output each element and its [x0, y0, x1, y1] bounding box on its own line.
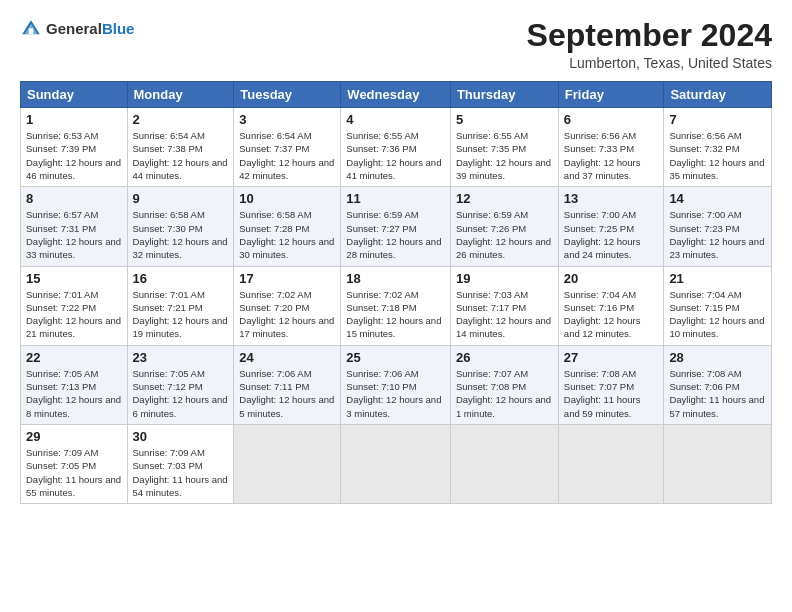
day-info: Sunrise: 7:01 AMSunset: 7:22 PMDaylight:…	[26, 288, 122, 341]
day-number: 1	[26, 112, 122, 127]
logo: GeneralBlue	[20, 18, 134, 40]
calendar-cell: 18Sunrise: 7:02 AMSunset: 7:18 PMDayligh…	[341, 266, 451, 345]
calendar-cell: 24Sunrise: 7:06 AMSunset: 7:11 PMDayligh…	[234, 345, 341, 424]
day-info: Sunrise: 7:09 AMSunset: 7:03 PMDaylight:…	[133, 446, 229, 499]
calendar-cell: 1Sunrise: 6:53 AMSunset: 7:39 PMDaylight…	[21, 108, 128, 187]
calendar-cell: 3Sunrise: 6:54 AMSunset: 7:37 PMDaylight…	[234, 108, 341, 187]
day-info: Sunrise: 7:02 AMSunset: 7:20 PMDaylight:…	[239, 288, 335, 341]
calendar-cell: 8Sunrise: 6:57 AMSunset: 7:31 PMDaylight…	[21, 187, 128, 266]
calendar-cell: 14Sunrise: 7:00 AMSunset: 7:23 PMDayligh…	[664, 187, 772, 266]
weekday-header: Monday	[127, 82, 234, 108]
weekday-header-row: SundayMondayTuesdayWednesdayThursdayFrid…	[21, 82, 772, 108]
day-info: Sunrise: 6:55 AMSunset: 7:36 PMDaylight:…	[346, 129, 445, 182]
calendar-cell: 29Sunrise: 7:09 AMSunset: 7:05 PMDayligh…	[21, 424, 128, 503]
day-number: 29	[26, 429, 122, 444]
day-info: Sunrise: 7:08 AMSunset: 7:07 PMDaylight:…	[564, 367, 659, 420]
day-number: 18	[346, 271, 445, 286]
calendar-week-row: 1Sunrise: 6:53 AMSunset: 7:39 PMDaylight…	[21, 108, 772, 187]
day-number: 22	[26, 350, 122, 365]
day-info: Sunrise: 7:01 AMSunset: 7:21 PMDaylight:…	[133, 288, 229, 341]
calendar-cell: 7Sunrise: 6:56 AMSunset: 7:32 PMDaylight…	[664, 108, 772, 187]
day-number: 6	[564, 112, 659, 127]
calendar-cell: 27Sunrise: 7:08 AMSunset: 7:07 PMDayligh…	[558, 345, 664, 424]
day-number: 16	[133, 271, 229, 286]
day-number: 24	[239, 350, 335, 365]
calendar-week-row: 29Sunrise: 7:09 AMSunset: 7:05 PMDayligh…	[21, 424, 772, 503]
day-info: Sunrise: 7:00 AMSunset: 7:23 PMDaylight:…	[669, 208, 766, 261]
day-number: 15	[26, 271, 122, 286]
logo-icon	[20, 18, 42, 40]
day-number: 3	[239, 112, 335, 127]
day-number: 10	[239, 191, 335, 206]
day-number: 19	[456, 271, 553, 286]
svg-rect-2	[29, 28, 33, 34]
day-number: 8	[26, 191, 122, 206]
weekday-header: Thursday	[450, 82, 558, 108]
day-info: Sunrise: 6:58 AMSunset: 7:28 PMDaylight:…	[239, 208, 335, 261]
day-number: 11	[346, 191, 445, 206]
day-info: Sunrise: 7:05 AMSunset: 7:12 PMDaylight:…	[133, 367, 229, 420]
calendar-week-row: 15Sunrise: 7:01 AMSunset: 7:22 PMDayligh…	[21, 266, 772, 345]
header: GeneralBlue September 2024 Lumberton, Te…	[20, 18, 772, 71]
calendar-cell: 21Sunrise: 7:04 AMSunset: 7:15 PMDayligh…	[664, 266, 772, 345]
calendar-week-row: 8Sunrise: 6:57 AMSunset: 7:31 PMDaylight…	[21, 187, 772, 266]
day-info: Sunrise: 6:53 AMSunset: 7:39 PMDaylight:…	[26, 129, 122, 182]
day-info: Sunrise: 7:02 AMSunset: 7:18 PMDaylight:…	[346, 288, 445, 341]
weekday-header: Tuesday	[234, 82, 341, 108]
weekday-header: Saturday	[664, 82, 772, 108]
day-info: Sunrise: 7:06 AMSunset: 7:10 PMDaylight:…	[346, 367, 445, 420]
calendar-cell	[234, 424, 341, 503]
day-info: Sunrise: 6:56 AMSunset: 7:33 PMDaylight:…	[564, 129, 659, 182]
day-info: Sunrise: 7:00 AMSunset: 7:25 PMDaylight:…	[564, 208, 659, 261]
day-info: Sunrise: 6:59 AMSunset: 7:26 PMDaylight:…	[456, 208, 553, 261]
day-number: 23	[133, 350, 229, 365]
day-number: 2	[133, 112, 229, 127]
calendar-cell: 6Sunrise: 6:56 AMSunset: 7:33 PMDaylight…	[558, 108, 664, 187]
logo-general: GeneralBlue	[46, 20, 134, 38]
calendar-cell: 17Sunrise: 7:02 AMSunset: 7:20 PMDayligh…	[234, 266, 341, 345]
calendar-cell: 26Sunrise: 7:07 AMSunset: 7:08 PMDayligh…	[450, 345, 558, 424]
day-number: 26	[456, 350, 553, 365]
day-number: 21	[669, 271, 766, 286]
day-number: 28	[669, 350, 766, 365]
calendar-cell: 19Sunrise: 7:03 AMSunset: 7:17 PMDayligh…	[450, 266, 558, 345]
calendar-cell	[450, 424, 558, 503]
day-number: 12	[456, 191, 553, 206]
calendar-cell: 15Sunrise: 7:01 AMSunset: 7:22 PMDayligh…	[21, 266, 128, 345]
calendar-cell: 5Sunrise: 6:55 AMSunset: 7:35 PMDaylight…	[450, 108, 558, 187]
day-info: Sunrise: 6:58 AMSunset: 7:30 PMDaylight:…	[133, 208, 229, 261]
calendar-cell: 4Sunrise: 6:55 AMSunset: 7:36 PMDaylight…	[341, 108, 451, 187]
day-number: 4	[346, 112, 445, 127]
day-info: Sunrise: 6:55 AMSunset: 7:35 PMDaylight:…	[456, 129, 553, 182]
day-info: Sunrise: 7:06 AMSunset: 7:11 PMDaylight:…	[239, 367, 335, 420]
day-info: Sunrise: 7:05 AMSunset: 7:13 PMDaylight:…	[26, 367, 122, 420]
calendar-cell: 22Sunrise: 7:05 AMSunset: 7:13 PMDayligh…	[21, 345, 128, 424]
calendar-week-row: 22Sunrise: 7:05 AMSunset: 7:13 PMDayligh…	[21, 345, 772, 424]
day-number: 25	[346, 350, 445, 365]
calendar-cell	[341, 424, 451, 503]
day-number: 5	[456, 112, 553, 127]
calendar-cell	[664, 424, 772, 503]
calendar-cell: 28Sunrise: 7:08 AMSunset: 7:06 PMDayligh…	[664, 345, 772, 424]
day-info: Sunrise: 7:03 AMSunset: 7:17 PMDaylight:…	[456, 288, 553, 341]
calendar: SundayMondayTuesdayWednesdayThursdayFrid…	[20, 81, 772, 504]
day-number: 20	[564, 271, 659, 286]
calendar-cell: 13Sunrise: 7:00 AMSunset: 7:25 PMDayligh…	[558, 187, 664, 266]
day-info: Sunrise: 6:59 AMSunset: 7:27 PMDaylight:…	[346, 208, 445, 261]
weekday-header: Friday	[558, 82, 664, 108]
day-info: Sunrise: 6:57 AMSunset: 7:31 PMDaylight:…	[26, 208, 122, 261]
month-title: September 2024	[527, 18, 772, 53]
weekday-header: Wednesday	[341, 82, 451, 108]
day-info: Sunrise: 6:54 AMSunset: 7:37 PMDaylight:…	[239, 129, 335, 182]
day-info: Sunrise: 7:07 AMSunset: 7:08 PMDaylight:…	[456, 367, 553, 420]
day-number: 27	[564, 350, 659, 365]
calendar-cell: 20Sunrise: 7:04 AMSunset: 7:16 PMDayligh…	[558, 266, 664, 345]
day-number: 17	[239, 271, 335, 286]
calendar-cell: 9Sunrise: 6:58 AMSunset: 7:30 PMDaylight…	[127, 187, 234, 266]
day-info: Sunrise: 7:08 AMSunset: 7:06 PMDaylight:…	[669, 367, 766, 420]
calendar-cell: 12Sunrise: 6:59 AMSunset: 7:26 PMDayligh…	[450, 187, 558, 266]
day-number: 30	[133, 429, 229, 444]
day-number: 14	[669, 191, 766, 206]
day-number: 7	[669, 112, 766, 127]
weekday-header: Sunday	[21, 82, 128, 108]
